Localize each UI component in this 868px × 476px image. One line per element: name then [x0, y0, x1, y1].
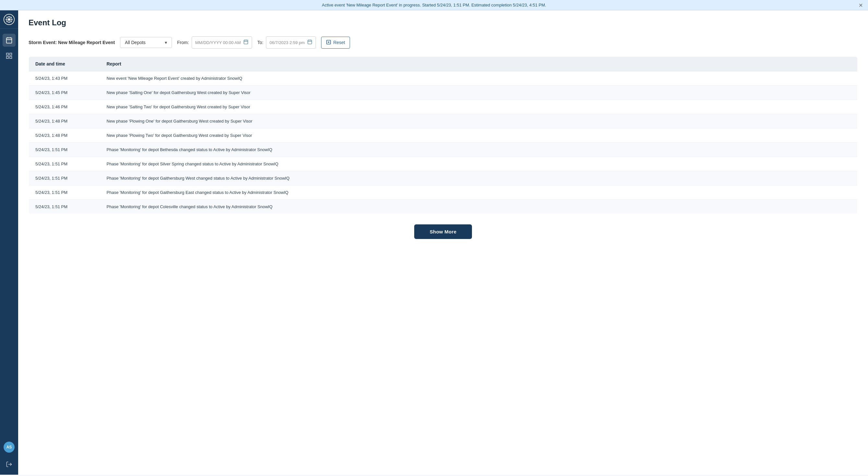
table-cell-report: Phase 'Monitoring' for depot Colesville … [100, 200, 858, 214]
top-banner: Active event 'New Mileage Report Event' … [0, 0, 868, 10]
table-row: 5/24/23, 1:45 PMNew phase 'Salting One' … [29, 86, 858, 100]
sidebar-nav [3, 31, 16, 442]
from-date-filter: From: MM/DD/YYYY 00:00 AM [177, 36, 252, 49]
banner-message: Active event 'New Mileage Report Event' … [322, 3, 546, 7]
depot-dropdown-label: All Depots [125, 40, 146, 45]
show-more-container: Show More [29, 224, 858, 239]
reset-button[interactable]: Reset [321, 37, 350, 49]
table-row: 5/24/23, 1:51 PMPhase 'Monitoring' for d… [29, 143, 858, 157]
table-row: 5/24/23, 1:48 PMNew phase 'Plowing Two' … [29, 128, 858, 143]
svg-rect-16 [308, 40, 312, 44]
event-table: Date and time Report 5/24/23, 1:43 PMNew… [29, 56, 858, 214]
table-cell-date: 5/24/23, 1:48 PM [29, 114, 100, 128]
avatar-initials: AS [6, 445, 12, 449]
table-cell-report: New phase 'Plowing One' for depot Gaithe… [100, 114, 858, 128]
table-header: Date and time Report [29, 57, 858, 71]
main-content: Event Log Storm Event: New Mileage Repor… [18, 10, 868, 475]
table-cell-date: 5/24/23, 1:51 PM [29, 143, 100, 157]
table-cell-report: Phase 'Monitoring' for depot Bethesda ch… [100, 143, 858, 157]
from-date-value: MM/DD/YYYY 00:00 AM [195, 40, 241, 45]
svg-rect-12 [244, 40, 248, 44]
sidebar-grid-icon[interactable] [3, 49, 16, 62]
table-row: 5/24/23, 1:43 PMNew event 'New Mileage R… [29, 71, 858, 86]
table-cell-report: New phase 'Plowing Two' for depot Gaithe… [100, 128, 858, 143]
calendar-from-icon [243, 39, 248, 46]
table-cell-report: New phase 'Salting One' for depot Gaithe… [100, 86, 858, 100]
calendar-to-icon [307, 39, 312, 46]
from-label: From: [177, 40, 189, 45]
table-cell-date: 5/24/23, 1:45 PM [29, 86, 100, 100]
sidebar-bottom: AS [3, 442, 16, 475]
from-date-input[interactable]: MM/DD/YYYY 00:00 AM [192, 36, 252, 49]
table-cell-date: 5/24/23, 1:51 PM [29, 200, 100, 214]
svg-rect-7 [6, 53, 8, 55]
table-cell-report: Phase 'Monitoring' for depot Gaithersbur… [100, 186, 858, 200]
depot-dropdown[interactable]: All Depots ▾ [120, 37, 172, 48]
svg-rect-9 [6, 56, 8, 58]
logout-icon[interactable] [3, 458, 16, 471]
filter-bar: Storm Event: New Mileage Report Event Al… [29, 36, 858, 49]
to-date-filter: To: 06/7/2023 2:59 pm [257, 36, 316, 49]
table-cell-date: 5/24/23, 1:51 PM [29, 171, 100, 186]
table-row: 5/24/23, 1:46 PMNew phase 'Salting Two' … [29, 100, 858, 114]
chevron-down-icon: ▾ [165, 40, 167, 45]
table-cell-date: 5/24/23, 1:46 PM [29, 100, 100, 114]
show-more-button[interactable]: Show More [414, 224, 472, 239]
table-body: 5/24/23, 1:43 PMNew event 'New Mileage R… [29, 71, 858, 214]
svg-rect-8 [10, 53, 12, 55]
reset-label: Reset [333, 40, 345, 45]
table-cell-date: 5/24/23, 1:51 PM [29, 186, 100, 200]
table-cell-report: New phase 'Salting Two' for depot Gaithe… [100, 100, 858, 114]
sidebar-logo [0, 10, 18, 29]
table-row: 5/24/23, 1:51 PMPhase 'Monitoring' for d… [29, 171, 858, 186]
avatar[interactable]: AS [4, 442, 14, 453]
col-header-report: Report [100, 57, 858, 71]
table-cell-report: New event 'New Mileage Report Event' cre… [100, 71, 858, 86]
to-label: To: [257, 40, 264, 45]
svg-rect-3 [6, 38, 12, 43]
storm-event-label: Storm Event: New Mileage Report Event [29, 40, 115, 45]
table-row: 5/24/23, 1:51 PMPhase 'Monitoring' for d… [29, 186, 858, 200]
table-cell-report: Phase 'Monitoring' for depot Silver Spri… [100, 157, 858, 171]
to-date-value: 06/7/2023 2:59 pm [270, 40, 305, 45]
col-header-date: Date and time [29, 57, 100, 71]
sidebar: AS [0, 10, 18, 475]
table-cell-date: 5/24/23, 1:48 PM [29, 128, 100, 143]
table-row: 5/24/23, 1:51 PMPhase 'Monitoring' for d… [29, 200, 858, 214]
table-row: 5/24/23, 1:51 PMPhase 'Monitoring' for d… [29, 157, 858, 171]
svg-rect-10 [10, 56, 12, 58]
reset-x-icon [326, 39, 331, 46]
table-row: 5/24/23, 1:48 PMNew phase 'Plowing One' … [29, 114, 858, 128]
to-date-input[interactable]: 06/7/2023 2:59 pm [266, 36, 316, 49]
banner-close-button[interactable]: ✕ [859, 2, 863, 8]
page-title: Event Log [29, 18, 858, 27]
svg-point-2 [8, 19, 10, 20]
table-cell-date: 5/24/23, 1:51 PM [29, 157, 100, 171]
table-cell-report: Phase 'Monitoring' for depot Gaithersbur… [100, 171, 858, 186]
sidebar-calendar-icon[interactable] [3, 34, 16, 47]
table-cell-date: 5/24/23, 1:43 PM [29, 71, 100, 86]
